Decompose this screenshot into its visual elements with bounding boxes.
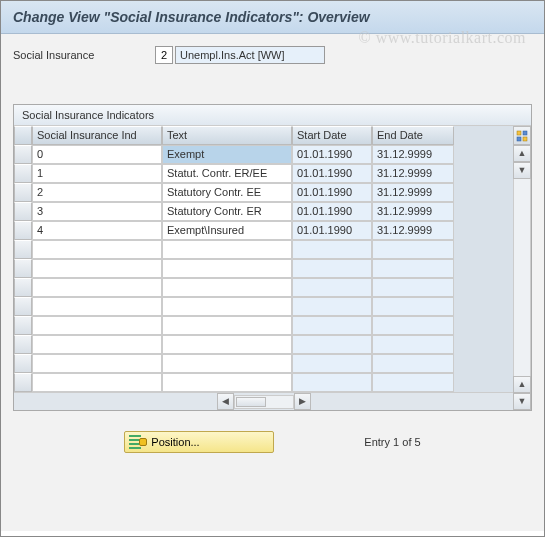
- row-handle[interactable]: [14, 354, 32, 373]
- cell-end[interactable]: [372, 240, 454, 259]
- row-handle[interactable]: [14, 335, 32, 354]
- cell-text[interactable]: Statut. Contr. ER/EE: [162, 164, 292, 183]
- col-header-text[interactable]: Text: [162, 126, 292, 145]
- cell-end[interactable]: 31.12.9999: [372, 145, 454, 164]
- social-insurance-code-input[interactable]: 2: [155, 46, 173, 64]
- hscroll-track[interactable]: [234, 395, 294, 409]
- row-handle[interactable]: [14, 373, 32, 392]
- cell-end[interactable]: [372, 373, 454, 392]
- table-row: 0Exempt01.01.199031.12.9999: [14, 145, 513, 164]
- vscroll-page-down-button[interactable]: ▲: [513, 376, 531, 393]
- cell-end[interactable]: 31.12.9999: [372, 183, 454, 202]
- cell-ind[interactable]: [32, 240, 162, 259]
- vscroll-page-up-button[interactable]: ▼: [513, 162, 531, 179]
- vscroll-track[interactable]: [513, 179, 531, 376]
- row-handle[interactable]: [14, 221, 32, 240]
- cell-ind[interactable]: [32, 259, 162, 278]
- cell-end[interactable]: 31.12.9999: [372, 221, 454, 240]
- cell-text[interactable]: [162, 297, 292, 316]
- row-handle[interactable]: [14, 297, 32, 316]
- row-handle[interactable]: [14, 164, 32, 183]
- position-icon: [129, 435, 145, 449]
- hscroll-right-button[interactable]: ▶: [294, 393, 311, 410]
- cell-end[interactable]: [372, 297, 454, 316]
- cell-start[interactable]: [292, 259, 372, 278]
- cell-start[interactable]: [292, 316, 372, 335]
- vscroll: ▲ ▼ ▲ ▼: [513, 126, 531, 410]
- cell-start[interactable]: 01.01.1990: [292, 183, 372, 202]
- cell-ind[interactable]: [32, 354, 162, 373]
- table-row: 3Statutory Contr. ER01.01.199031.12.9999: [14, 202, 513, 221]
- col-header-ind[interactable]: Social Insurance Ind: [32, 126, 162, 145]
- cell-end[interactable]: [372, 259, 454, 278]
- cell-end[interactable]: 31.12.9999: [372, 202, 454, 221]
- cell-end[interactable]: [372, 278, 454, 297]
- table-row-empty: [14, 259, 513, 278]
- cell-text[interactable]: [162, 316, 292, 335]
- cell-ind[interactable]: [32, 316, 162, 335]
- svg-rect-1: [523, 131, 527, 135]
- cell-end[interactable]: 31.12.9999: [372, 164, 454, 183]
- footer-row: Position... Entry 1 of 5: [13, 431, 532, 453]
- cell-end[interactable]: [372, 335, 454, 354]
- cell-start[interactable]: [292, 297, 372, 316]
- table-body: Social Insurance Ind Text Start Date End…: [14, 126, 513, 410]
- vscroll-up-button[interactable]: ▲: [513, 145, 531, 162]
- cell-start[interactable]: [292, 240, 372, 259]
- cell-text[interactable]: [162, 240, 292, 259]
- table-row-empty: [14, 335, 513, 354]
- cell-start[interactable]: 01.01.1990: [292, 202, 372, 221]
- col-header-end[interactable]: End Date: [372, 126, 454, 145]
- position-button[interactable]: Position...: [124, 431, 274, 453]
- cell-start[interactable]: [292, 278, 372, 297]
- cell-ind[interactable]: [32, 373, 162, 392]
- cell-text[interactable]: Statutory Contr. EE: [162, 183, 292, 202]
- row-handle[interactable]: [14, 145, 32, 164]
- cell-start[interactable]: 01.01.1990: [292, 164, 372, 183]
- cell-text[interactable]: Exempt\Insured: [162, 221, 292, 240]
- table-header-row: Social Insurance Ind Text Start Date End…: [14, 126, 513, 145]
- social-insurance-text-input[interactable]: Unempl.Ins.Act [WW]: [175, 46, 325, 64]
- col-header-start[interactable]: Start Date: [292, 126, 372, 145]
- hscroll-row: ◀ ▶: [14, 392, 513, 410]
- cell-ind[interactable]: 1: [32, 164, 162, 183]
- cell-ind[interactable]: [32, 297, 162, 316]
- cell-text[interactable]: Statutory Contr. ER: [162, 202, 292, 221]
- row-handle[interactable]: [14, 316, 32, 335]
- cell-ind[interactable]: 0: [32, 145, 162, 164]
- row-handle[interactable]: [14, 240, 32, 259]
- hscroll-thumb[interactable]: [236, 397, 266, 407]
- table-row: 4Exempt\Insured01.01.199031.12.9999: [14, 221, 513, 240]
- row-handle[interactable]: [14, 202, 32, 221]
- table-panel: Social Insurance Indicators Social Insur…: [13, 104, 532, 411]
- cell-start[interactable]: 01.01.1990: [292, 221, 372, 240]
- cell-end[interactable]: [372, 316, 454, 335]
- cell-text[interactable]: Exempt: [162, 145, 292, 164]
- cell-ind[interactable]: [32, 278, 162, 297]
- table-grid: Social Insurance Ind Text Start Date End…: [14, 126, 531, 410]
- hscroll-left-button[interactable]: ◀: [217, 393, 234, 410]
- cell-start[interactable]: 01.01.1990: [292, 145, 372, 164]
- select-all-handle[interactable]: [14, 126, 32, 145]
- cell-text[interactable]: [162, 278, 292, 297]
- cell-end[interactable]: [372, 354, 454, 373]
- row-handle[interactable]: [14, 259, 32, 278]
- table-panel-title: Social Insurance Indicators: [14, 105, 531, 126]
- row-handle[interactable]: [14, 183, 32, 202]
- cell-ind[interactable]: 4: [32, 221, 162, 240]
- page-title: Change View "Social Insurance Indicators…: [13, 9, 532, 25]
- row-handle[interactable]: [14, 278, 32, 297]
- cell-ind[interactable]: [32, 335, 162, 354]
- cell-text[interactable]: [162, 373, 292, 392]
- cell-text[interactable]: [162, 354, 292, 373]
- svg-rect-2: [517, 137, 521, 141]
- cell-ind[interactable]: 3: [32, 202, 162, 221]
- cell-text[interactable]: [162, 259, 292, 278]
- table-config-button[interactable]: [513, 126, 531, 145]
- cell-start[interactable]: [292, 335, 372, 354]
- cell-start[interactable]: [292, 354, 372, 373]
- vscroll-down-button[interactable]: ▼: [513, 393, 531, 410]
- cell-text[interactable]: [162, 335, 292, 354]
- cell-ind[interactable]: 2: [32, 183, 162, 202]
- cell-start[interactable]: [292, 373, 372, 392]
